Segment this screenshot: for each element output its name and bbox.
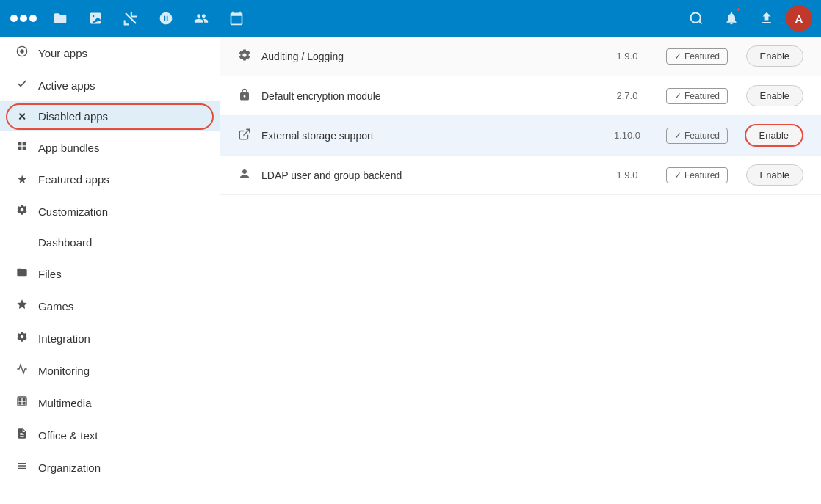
- external-storage-check: ✓: [674, 131, 681, 141]
- sidebar-item-organization[interactable]: Organization: [0, 451, 220, 483]
- notification-badge: [736, 7, 742, 12]
- auditing-action: Enable: [737, 45, 803, 67]
- svg-rect-13: [18, 402, 21, 405]
- svg-rect-11: [18, 398, 21, 401]
- auditing-enable-button[interactable]: Enable: [746, 45, 803, 67]
- content-area: Auditing / Logging 1.9.0 ✓ Featured Enab…: [220, 37, 821, 504]
- topbar-right: A: [680, 2, 812, 34]
- encryption-check: ✓: [674, 91, 681, 101]
- sidebar-item-disabled-apps[interactable]: ✕ Disabled apps: [0, 101, 220, 131]
- sidebar-item-your-apps[interactable]: Your apps: [0, 37, 220, 69]
- sidebar-label-files: Files: [38, 268, 205, 280]
- encryption-badge: ✓ Featured: [657, 88, 737, 104]
- sidebar-item-active-apps[interactable]: Active apps: [0, 69, 220, 101]
- auditing-icon: [238, 48, 261, 65]
- sidebar-label-integration: Integration: [38, 332, 205, 345]
- topbar: A: [0, 0, 821, 37]
- files-icon: [15, 266, 29, 281]
- ldap-badge-label: Featured: [684, 170, 720, 180]
- activity-nav-icon[interactable]: [115, 2, 147, 34]
- sidebar-item-multimedia[interactable]: Multimedia: [0, 387, 220, 419]
- sidebar-label-dashboard: Dashboard: [38, 236, 205, 249]
- sidebar-label-active-apps: Active apps: [38, 79, 205, 92]
- app-list: Auditing / Logging 1.9.0 ✓ Featured Enab…: [220, 37, 821, 195]
- svg-rect-5: [18, 142, 21, 145]
- auditing-check: ✓: [674, 51, 681, 62]
- sidebar-item-featured-apps[interactable]: ★ Featured apps: [0, 164, 220, 195]
- svg-point-4: [20, 49, 23, 53]
- encryption-badge-label: Featured: [684, 91, 720, 101]
- ldap-action: Enable: [737, 164, 803, 186]
- search-icon[interactable]: [680, 2, 712, 34]
- sidebar-label-multimedia: Multimedia: [38, 397, 205, 409]
- sidebar-label-office-text: Office & text: [38, 429, 205, 442]
- notifications-icon[interactable]: [715, 2, 748, 34]
- sidebar-label-organization: Organization: [38, 461, 205, 474]
- photos-nav-icon[interactable]: [79, 2, 112, 34]
- ldap-icon: [238, 167, 261, 183]
- office-text-icon: [15, 428, 29, 442]
- svg-rect-12: [23, 398, 26, 401]
- disabled-apps-icon: ✕: [15, 111, 29, 123]
- main-layout: Your apps Active apps ✕ Disabled apps Ap…: [0, 37, 821, 504]
- sidebar-label-disabled-apps: Disabled apps: [38, 110, 205, 123]
- ldap-check: ✓: [674, 170, 681, 180]
- sidebar-item-games[interactable]: Games: [0, 290, 220, 322]
- sidebar-item-customization[interactable]: Customization: [0, 195, 220, 227]
- svg-point-1: [93, 15, 94, 17]
- svg-rect-14: [23, 402, 26, 405]
- sidebar-label-featured-apps: Featured apps: [38, 173, 205, 186]
- svg-point-2: [691, 13, 701, 23]
- app-row-auditing: Auditing / Logging 1.9.0 ✓ Featured Enab…: [220, 37, 821, 76]
- ldap-enable-button[interactable]: Enable: [746, 164, 803, 186]
- calendar-nav-icon[interactable]: [220, 2, 253, 34]
- monitoring-icon: [15, 363, 29, 378]
- games-icon: [15, 299, 29, 313]
- sidebar-item-files[interactable]: Files: [0, 258, 220, 290]
- sidebar-item-office-text[interactable]: Office & text: [0, 419, 220, 451]
- sidebar-label-your-apps: Your apps: [38, 47, 205, 59]
- your-apps-icon: [15, 45, 29, 60]
- ldap-name: LDAP user and group backend: [261, 169, 598, 181]
- encryption-version: 2.7.0: [598, 90, 657, 101]
- app-bundles-icon: [15, 140, 29, 155]
- ldap-badge: ✓ Featured: [657, 167, 737, 183]
- encryption-action: Enable: [737, 85, 803, 106]
- sidebar-label-monitoring: Monitoring: [38, 365, 205, 377]
- contacts-nav-icon[interactable]: [185, 2, 217, 34]
- external-storage-version: 1.10.0: [598, 130, 657, 141]
- customization-icon: [15, 204, 29, 219]
- app-row-ldap: LDAP user and group backend 1.9.0 ✓ Feat…: [220, 156, 821, 195]
- active-apps-icon: [15, 78, 29, 92]
- sidebar-item-monitoring[interactable]: Monitoring: [0, 354, 220, 387]
- external-storage-icon: [238, 128, 261, 144]
- sidebar-label-customization: Customization: [38, 205, 205, 218]
- external-storage-enable-button[interactable]: Enable: [745, 124, 803, 147]
- sidebar-item-integration[interactable]: Integration: [0, 322, 220, 354]
- sidebar-label-app-bundles: App bundles: [38, 142, 205, 154]
- organization-icon: [15, 460, 29, 475]
- external-storage-name: External storage support: [261, 130, 598, 142]
- user-avatar[interactable]: A: [786, 5, 812, 32]
- auditing-badge-label: Featured: [684, 51, 720, 62]
- app-row-encryption: Default encryption module 2.7.0 ✓ Featur…: [220, 76, 821, 116]
- files-nav-icon[interactable]: [44, 2, 76, 34]
- auditing-version: 1.9.0: [598, 51, 657, 62]
- encryption-name: Default encryption module: [261, 90, 598, 102]
- encryption-icon: [238, 88, 261, 104]
- talk-nav-icon[interactable]: [150, 2, 182, 34]
- ldap-version: 1.9.0: [598, 169, 657, 180]
- multimedia-icon: [15, 395, 29, 410]
- auditing-name: Auditing / Logging: [261, 51, 598, 62]
- svg-rect-6: [23, 142, 26, 145]
- sidebar-item-dashboard[interactable]: Dashboard: [0, 227, 220, 258]
- integration-icon: [15, 331, 29, 346]
- download-icon[interactable]: [751, 2, 783, 34]
- nextcloud-logo[interactable]: [9, 4, 38, 33]
- encryption-enable-button[interactable]: Enable: [746, 85, 803, 106]
- sidebar: Your apps Active apps ✕ Disabled apps Ap…: [0, 37, 220, 504]
- sidebar-label-games: Games: [38, 300, 205, 313]
- sidebar-item-app-bundles[interactable]: App bundles: [0, 131, 220, 164]
- svg-rect-7: [18, 147, 21, 150]
- svg-rect-8: [23, 147, 26, 150]
